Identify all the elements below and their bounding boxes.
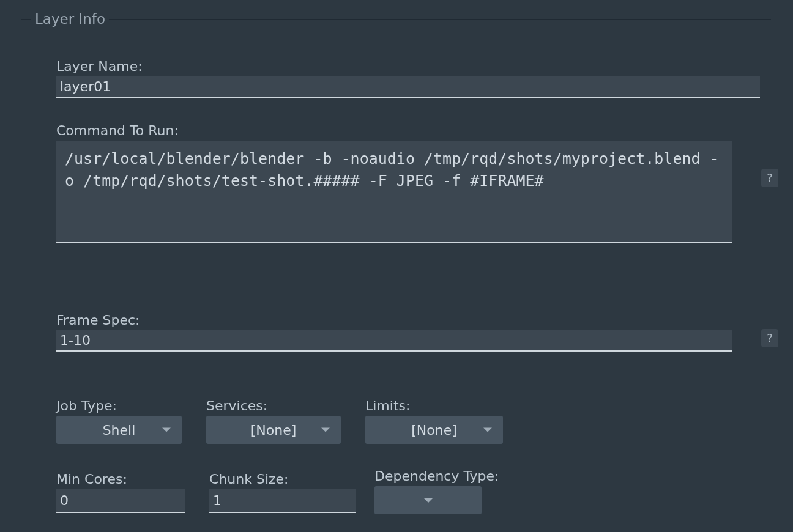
frame-spec-row: Frame Spec: ? bbox=[56, 312, 760, 352]
min-cores-input[interactable] bbox=[56, 489, 185, 513]
chevron-down-icon bbox=[162, 428, 171, 432]
groupbox-title: Layer Info bbox=[31, 11, 109, 27]
groupbox-divider bbox=[21, 19, 771, 20]
layer-info-groupbox: Layer Info Layer Name: Command To Run: ?… bbox=[21, 11, 771, 525]
chunk-size-label: Chunk Size: bbox=[209, 471, 356, 487]
limits-value: [None] bbox=[411, 423, 457, 438]
min-cores-block: Min Cores: bbox=[56, 471, 185, 513]
command-input[interactable] bbox=[56, 141, 732, 243]
dependency-type-block: Dependency Type: bbox=[374, 468, 499, 514]
chevron-down-icon bbox=[483, 428, 492, 432]
job-type-select[interactable]: Shell bbox=[56, 416, 182, 444]
dropdowns-row: Job Type: Shell Services: [None] Limits:… bbox=[56, 398, 760, 444]
chunk-size-input[interactable] bbox=[209, 489, 356, 513]
frame-spec-input[interactable] bbox=[56, 330, 732, 352]
job-type-block: Job Type: Shell bbox=[56, 398, 182, 444]
dependency-type-select[interactable] bbox=[374, 486, 482, 514]
chevron-down-icon bbox=[424, 498, 433, 503]
layer-name-row: Layer Name: bbox=[56, 59, 760, 98]
services-block: Services: [None] bbox=[206, 398, 341, 444]
command-help-button[interactable]: ? bbox=[761, 169, 778, 187]
numeric-row: Min Cores: Chunk Size: bbox=[56, 471, 668, 513]
frame-spec-label: Frame Spec: bbox=[56, 312, 760, 328]
services-label: Services: bbox=[206, 398, 341, 413]
job-type-value: Shell bbox=[103, 423, 136, 438]
chunk-size-block: Chunk Size: bbox=[209, 471, 356, 513]
command-label: Command To Run: bbox=[56, 123, 760, 138]
chevron-down-icon bbox=[321, 428, 330, 432]
services-value: [None] bbox=[251, 423, 297, 438]
form-area: Layer Name: Command To Run: ? Frame Spec… bbox=[56, 59, 750, 525]
dependency-type-label: Dependency Type: bbox=[374, 468, 499, 484]
limits-block: Limits: [None] bbox=[365, 398, 503, 444]
layer-name-label: Layer Name: bbox=[56, 59, 760, 74]
services-select[interactable]: [None] bbox=[206, 416, 341, 444]
command-row: Command To Run: ? bbox=[56, 123, 760, 246]
limits-select[interactable]: [None] bbox=[365, 416, 503, 444]
layer-name-input[interactable] bbox=[56, 76, 760, 98]
frame-spec-help-button[interactable]: ? bbox=[761, 329, 778, 347]
limits-label: Limits: bbox=[365, 398, 503, 413]
min-cores-label: Min Cores: bbox=[56, 471, 185, 487]
job-type-label: Job Type: bbox=[56, 398, 182, 413]
